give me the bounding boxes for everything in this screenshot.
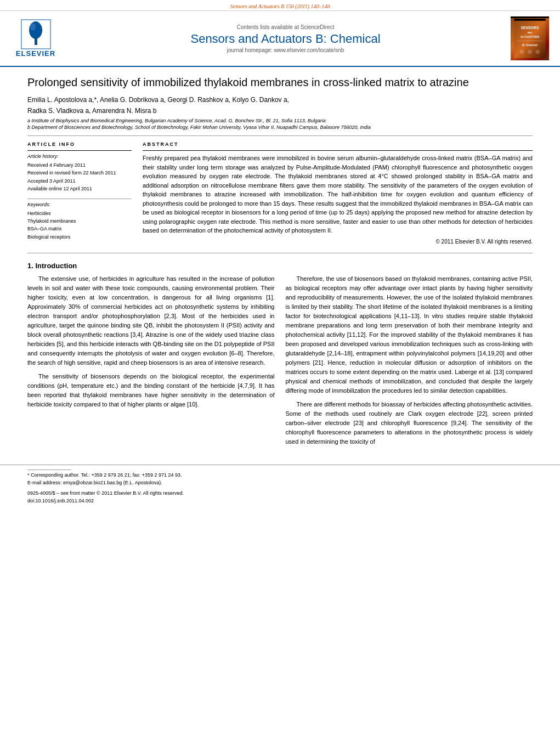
intro-para-4: There are different methods for bioassay…: [286, 400, 533, 446]
intro-right-col: Therefore, the use of biosensors based o…: [286, 274, 533, 451]
available-date: Available online 12 April 2011: [27, 185, 132, 193]
footer-2: doi:10.1016/j.snb.2011.04.002: [27, 497, 533, 505]
abstract-col: ABSTRACT Freshly prepared pea thylakoid …: [143, 142, 533, 245]
keywords-block: Keywords: Herbicides Thylakoid membranes…: [27, 199, 132, 241]
article-title: Prolonged sensitivity of immobilized thy…: [27, 75, 533, 89]
journal-homepage-line: journal homepage: www.elsevier.com/locat…: [71, 47, 500, 53]
intro-para-2: The sensitivity of biosensors depends on…: [27, 372, 275, 409]
footnote-2: E-mail address: emya@obzar.bio21.bas.bg …: [27, 479, 533, 487]
footnote-1: * Corresponding author. Tel.: +359 2 979…: [27, 472, 533, 479]
sensors-logo-image: SENSORS AND AcTUATORS B: Chemical: [513, 19, 546, 58]
keyword-4: Biological receptors: [27, 233, 132, 241]
keyword-3: BSA–GA matrix: [27, 225, 132, 233]
authors-primary: Emilia L. Apostolova a,*, Anelia G. Dobr…: [27, 96, 533, 104]
sciencedirect-line: Contents lists available at ScienceDirec…: [71, 24, 500, 30]
introduction-two-col: The extensive use, of herbicides in agri…: [27, 274, 533, 451]
footnote-section: * Corresponding author. Tel.: +359 2 979…: [0, 465, 560, 507]
svg-rect-6: [514, 19, 546, 21]
article-info-col: ARTICLE INFO Article history: Received 4…: [27, 142, 132, 245]
svg-rect-2: [35, 38, 37, 45]
svg-text:B: Chemical: B: Chemical: [522, 44, 538, 47]
svg-text:AND: AND: [528, 32, 533, 34]
article-content: Prolonged sensitivity of immobilized thy…: [0, 67, 560, 253]
journal-main-title: Sensors and Actuators B: Chemical: [71, 32, 500, 46]
sensors-actuators-logo: SENSORS AND AcTUATORS B: Chemical: [511, 16, 549, 60]
elsevier-tree-icon: [21, 19, 51, 49]
abstract-text-block: Freshly prepared pea thylakoid membranes…: [143, 150, 533, 245]
affiliation-a: a Institute of Biophysics and Biomedical…: [27, 118, 533, 123]
journal-title-block: Contents lists available at ScienceDirec…: [71, 24, 500, 53]
article-divider: [27, 135, 533, 136]
intro-left-col: The extensive use, of herbicides in agri…: [27, 274, 275, 451]
svg-point-12: [520, 50, 524, 54]
affiliation-b: b Department of Biosciences and Biotechn…: [27, 125, 533, 130]
body-section: 1. Introduction The extensive use, of he…: [0, 253, 560, 460]
footer-1: 0925-4005/$ – see front matter © 2011 El…: [27, 490, 533, 497]
article-history-block: Article history: Received 4 February 201…: [27, 150, 132, 193]
article-info-abstract: ARTICLE INFO Article history: Received 4…: [27, 142, 533, 245]
elsevier-brand-text: ELSEVIER: [16, 49, 55, 58]
abstract-label: ABSTRACT: [143, 142, 533, 147]
received-revised-date: Received in revised form 22 March 2011: [27, 169, 132, 177]
journal-header: ELSEVIER Contents lists available at Sci…: [0, 11, 560, 67]
svg-point-3: [29, 21, 42, 39]
footer-block: 0925-4005/$ – see front matter © 2011 El…: [27, 490, 533, 505]
keywords-label: Keywords:: [27, 202, 132, 207]
keyword-1: Herbicides: [27, 210, 132, 217]
abstract-text: Freshly prepared pea thylakoid membranes…: [143, 154, 533, 235]
keyword-2: Thylakoid membranes: [27, 217, 132, 225]
svg-point-13: [528, 50, 532, 54]
elsevier-logo: ELSEVIER: [11, 19, 60, 58]
sensors-logo-box: SENSORS AND AcTUATORS B: Chemical: [511, 16, 549, 60]
article-info-label: ARTICLE INFO: [27, 142, 132, 147]
page-container: Sensors and Actuators B 156 (2011) 140–1…: [0, 0, 560, 507]
intro-para-3: Therefore, the use of biosensors based o…: [286, 274, 533, 396]
introduction-heading: 1. Introduction: [27, 262, 533, 270]
footnote-divider: [27, 470, 71, 470]
svg-point-4: [30, 23, 36, 31]
copyright-line: © 2011 Elsevier B.V. All rights reserved…: [143, 239, 533, 245]
svg-point-14: [536, 50, 540, 54]
intro-para-1: The extensive use, of herbicides in agri…: [27, 274, 275, 367]
svg-text:SENSORS: SENSORS: [521, 26, 539, 30]
received-date: Received 4 February 2011: [27, 161, 132, 169]
accepted-date: Accepted 3 April 2011: [27, 177, 132, 185]
history-label: Article history:: [27, 154, 132, 159]
authors-secondary: Radka S. Vladkova a, Amarendra N. Misra …: [27, 107, 533, 115]
journal-citation: Sensors and Actuators B 156 (2011) 140–1…: [0, 0, 560, 11]
svg-text:AcTUATORS: AcTUATORS: [521, 35, 540, 38]
